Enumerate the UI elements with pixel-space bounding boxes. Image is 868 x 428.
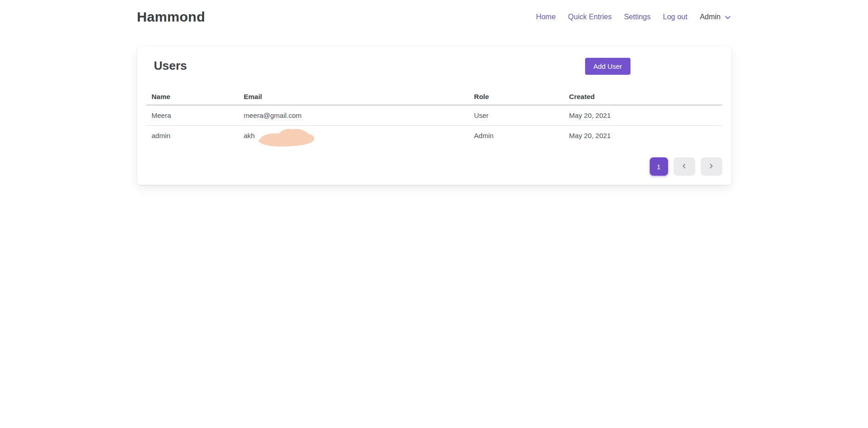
user-menu-label: Admin (700, 13, 720, 21)
cell-name: admin (146, 126, 238, 146)
cell-role: User (469, 105, 564, 126)
pagination: 1 (146, 157, 722, 176)
nav-link-quick-entries[interactable]: Quick Entries (568, 13, 612, 21)
chevron-down-icon (724, 13, 731, 21)
add-user-button[interactable]: Add User (585, 58, 630, 75)
table-header-row: Name Email Role Created (146, 89, 722, 105)
column-header-created: Created (564, 89, 722, 105)
top-header: Hammond Home Quick Entries Settings Log … (137, 0, 731, 25)
brand-logo[interactable]: Hammond (137, 9, 205, 25)
column-header-role: Role (469, 89, 564, 105)
nav-link-home[interactable]: Home (536, 13, 556, 21)
cell-name: Meera (146, 105, 238, 126)
nav-link-settings[interactable]: Settings (624, 13, 651, 21)
chevron-right-icon (708, 163, 714, 171)
users-card: Users Add User Name Email Role Created M… (137, 47, 731, 185)
cell-role: Admin (469, 126, 564, 146)
cell-email: meera@gmail.com (238, 105, 468, 126)
users-card-header: Users Add User (146, 58, 722, 75)
cell-created: May 20, 2021 (564, 126, 722, 146)
pagination-page-1[interactable]: 1 (650, 157, 668, 176)
column-header-email: Email (238, 89, 468, 105)
table-row: admin akh Admin May 20, 2021 (146, 126, 722, 146)
pagination-next-button[interactable] (701, 157, 722, 176)
column-header-name: Name (146, 89, 238, 105)
cell-created: May 20, 2021 (564, 105, 722, 126)
page: Hammond Home Quick Entries Settings Log … (0, 0, 868, 428)
cell-email: akh (238, 126, 468, 146)
users-table: Name Email Role Created Meera meera@gmai… (146, 89, 722, 145)
redaction-scribble (255, 127, 319, 148)
table-row: Meera meera@gmail.com User May 20, 2021 (146, 105, 722, 126)
pagination-prev-button[interactable] (674, 157, 695, 176)
nav-link-logout[interactable]: Log out (663, 13, 687, 21)
main-nav: Home Quick Entries Settings Log out Admi… (536, 13, 731, 21)
cell-email-text: akh (243, 132, 254, 139)
user-menu[interactable]: Admin (700, 13, 731, 21)
page-title: Users (154, 59, 187, 73)
chevron-left-icon (681, 163, 687, 171)
